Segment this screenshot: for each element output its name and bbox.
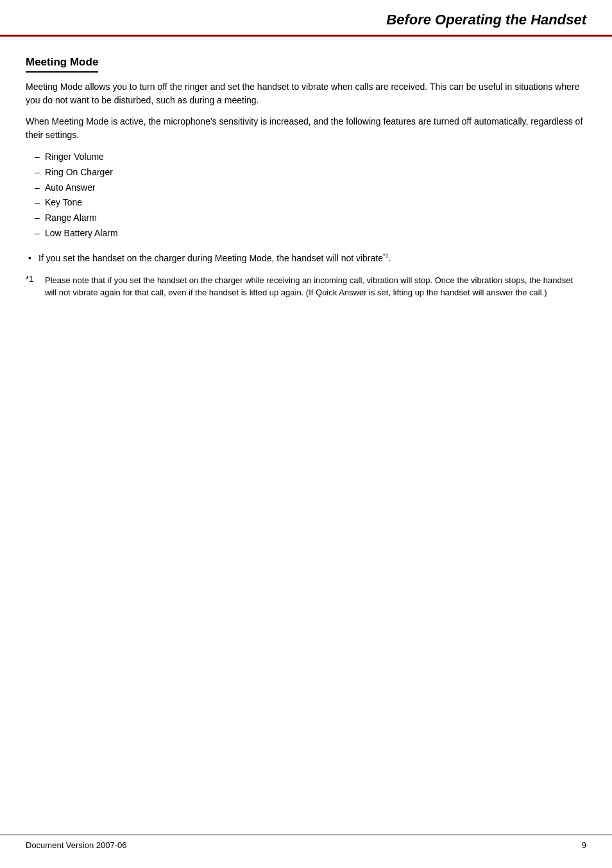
- note-text: If you set the handset on the charger du…: [38, 253, 383, 263]
- page-header: Before Operating the Handset: [0, 0, 612, 37]
- list-item: Low Battery Alarm: [26, 226, 586, 241]
- list-item: Ringer Volume: [26, 150, 586, 165]
- footer-version: Document Version 2007-06: [26, 840, 127, 850]
- page-footer: Document Version 2007-06 9: [0, 835, 612, 855]
- footnote-text: Please note that if you set the handset …: [45, 275, 573, 298]
- feature-list: Ringer Volume Ring On Charger Auto Answe…: [26, 150, 586, 241]
- note-list: If you set the handset on the charger du…: [26, 252, 586, 265]
- footnote-block: *1 Please note that if you set the hands…: [26, 274, 586, 299]
- footer-page-number: 9: [582, 840, 586, 850]
- page-container: Before Operating the Handset Meeting Mod…: [0, 0, 612, 868]
- note-superscript: *1: [383, 252, 389, 259]
- paragraph-1: Meeting Mode allows you to turn off the …: [26, 80, 586, 107]
- list-item: Ring On Charger: [26, 165, 586, 180]
- footnote-marker: *1: [26, 274, 33, 284]
- list-item: Range Alarm: [26, 211, 586, 226]
- note-item: If you set the handset on the charger du…: [26, 252, 586, 265]
- section-title: Meeting Mode: [26, 56, 98, 73]
- list-item: Key Tone: [26, 195, 586, 211]
- main-content: Meeting Mode Meeting Mode allows you to …: [0, 37, 612, 338]
- list-item: Auto Answer: [26, 180, 586, 196]
- page-title: Before Operating the Handset: [386, 12, 586, 28]
- paragraph-2: When Meeting Mode is active, the microph…: [26, 115, 586, 142]
